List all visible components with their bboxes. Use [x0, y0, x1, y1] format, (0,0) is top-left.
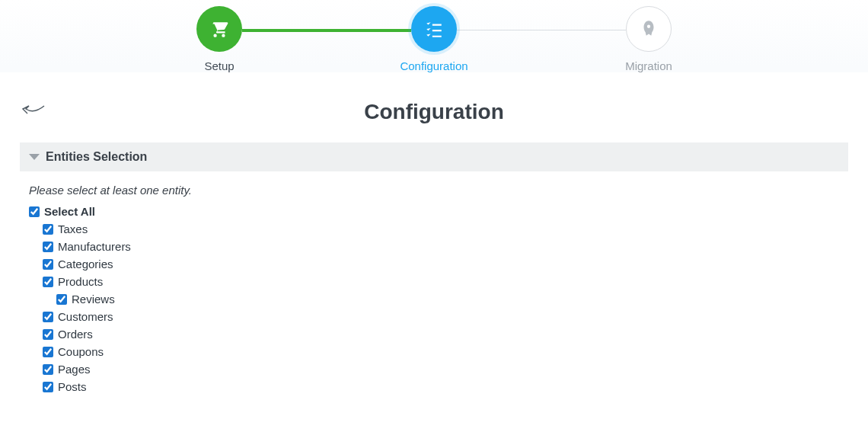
- entity-label: Customers: [58, 310, 113, 323]
- rocket-icon: [639, 19, 659, 39]
- entity-row: Orders: [29, 325, 860, 343]
- entity-row: Customers: [29, 308, 860, 325]
- entity-checkbox[interactable]: [43, 347, 53, 357]
- entity-row: Categories: [29, 255, 860, 273]
- step-configuration-label: Configuration: [400, 59, 468, 72]
- entity-row: Reviews: [29, 290, 860, 308]
- cart-icon: [209, 19, 229, 39]
- select-all-checkbox[interactable]: [29, 206, 40, 217]
- entity-label: Coupons: [58, 345, 104, 358]
- connector-1: [242, 29, 411, 32]
- entity-checkbox[interactable]: [43, 259, 53, 270]
- entity-checkbox[interactable]: [43, 329, 53, 340]
- entities-hint: Please select at least one entity.: [8, 171, 860, 203]
- entity-row: Coupons: [29, 343, 860, 360]
- entity-label: Reviews: [72, 293, 115, 306]
- entities-section-title: Entities Selection: [46, 150, 147, 164]
- configuration-card: Configuration Entities Selection Please …: [8, 86, 860, 395]
- step-migration-label: Migration: [625, 59, 672, 72]
- entity-label: Categories: [58, 258, 113, 270]
- entity-checkbox[interactable]: [43, 382, 53, 392]
- chevron-down-icon: [29, 154, 40, 160]
- select-all-row: Select All: [29, 203, 860, 220]
- entity-checkbox[interactable]: [43, 312, 53, 322]
- select-all-label: Select All: [44, 205, 95, 218]
- card-header: Configuration: [8, 86, 860, 142]
- entity-checkbox[interactable]: [56, 294, 67, 305]
- step-migration[interactable]: Migration: [541, 6, 756, 72]
- entity-row: Manufacturers: [29, 238, 860, 255]
- step-migration-circle: [626, 6, 672, 52]
- entity-checkbox[interactable]: [43, 277, 53, 287]
- entity-checkbox[interactable]: [43, 364, 53, 375]
- step-setup[interactable]: Setup: [112, 6, 327, 72]
- list-check-icon: [424, 19, 444, 39]
- entity-label: Products: [58, 275, 103, 288]
- entity-label: Pages: [58, 363, 91, 376]
- entity-label: Posts: [58, 380, 87, 393]
- entity-row: Pages: [29, 360, 860, 378]
- back-button[interactable]: [21, 100, 46, 118]
- back-arrow-icon: [21, 100, 46, 118]
- entity-row: Products: [29, 273, 860, 290]
- entity-label: Taxes: [58, 222, 88, 235]
- step-configuration[interactable]: Configuration: [327, 6, 541, 72]
- stepper: Setup Configuration Migration: [0, 0, 868, 72]
- entities-tree: Select All TaxesManufacturersCategoriesP…: [8, 203, 860, 395]
- page-title: Configuration: [20, 95, 848, 135]
- connector-2: [457, 30, 626, 30]
- entities-section-header[interactable]: Entities Selection: [20, 142, 848, 171]
- entity-checkbox[interactable]: [43, 242, 53, 252]
- step-setup-label: Setup: [204, 59, 234, 72]
- entity-row: Posts: [29, 378, 860, 395]
- entity-row: Taxes: [29, 220, 860, 238]
- step-configuration-circle: [411, 6, 457, 52]
- step-setup-circle: [196, 6, 242, 52]
- entity-label: Orders: [58, 328, 93, 341]
- entity-checkbox[interactable]: [43, 224, 53, 235]
- entity-label: Manufacturers: [58, 240, 131, 253]
